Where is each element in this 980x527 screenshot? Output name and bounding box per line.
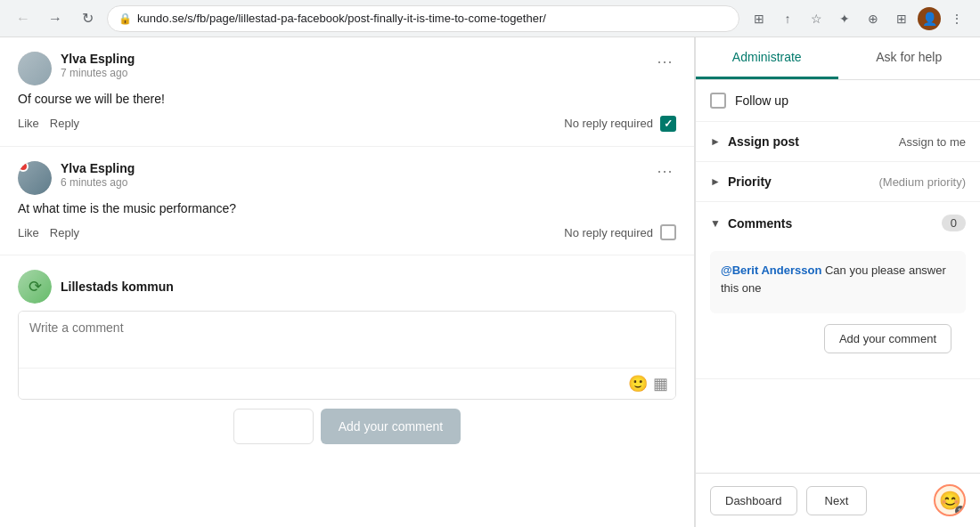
comments-title: Comments xyxy=(728,216,942,231)
browser-icons: ⊞ ↑ ☆ ✦ ⊕ ⊞ 👤 ⋮ xyxy=(747,6,969,31)
tab-ask-for-help[interactable]: Ask for help xyxy=(838,37,981,79)
follow-up-checkbox[interactable] xyxy=(710,93,726,109)
main-layout: Ylva Espling 7 minutes ago ⋯ Of course w… xyxy=(0,37,980,527)
comment-meta-2: Ylva Espling 6 minutes ago xyxy=(61,161,644,189)
url-bar: 🔒 kundo.se/s/fb/page/lillestad-pa-facebo… xyxy=(107,5,739,32)
comment-item-2: Ylva Espling 6 minutes ago ⋯ At what tim… xyxy=(0,147,694,256)
no-reply-label-2: No reply required xyxy=(564,226,653,239)
lock-icon: 🔒 xyxy=(118,12,132,25)
comment-more-icon-1[interactable]: ⋯ xyxy=(653,52,676,71)
comment-author-1: Ylva Espling xyxy=(61,52,644,66)
comment-text-1: Of course we will be there! xyxy=(18,91,676,109)
emoji-icon[interactable]: 🙂 xyxy=(628,374,648,393)
comments-header[interactable]: ▼ Comments 0 xyxy=(696,202,980,244)
comment-actions-2: Like Reply No reply required xyxy=(18,224,676,240)
avatar-2 xyxy=(18,161,52,195)
back-button[interactable]: ← xyxy=(11,6,36,31)
comment-mention-box: @Berit Andersson Can you please answer t… xyxy=(710,251,966,313)
comment-text-2: At what time is the music performance? xyxy=(18,200,676,218)
avatar-edit-icon: ✎ xyxy=(955,506,966,516)
comment-more-icon-2[interactable]: ⋯ xyxy=(653,161,676,181)
grid-icon[interactable]: ⊞ xyxy=(889,6,914,31)
more-icon[interactable]: ⋮ xyxy=(944,6,969,31)
like-button-2[interactable]: Like xyxy=(18,226,39,239)
panel-bottom-avatar[interactable]: 😊 ✎ xyxy=(934,484,966,516)
bookmark-icon[interactable]: ☆ xyxy=(804,6,829,31)
right-content: Follow up ► Assign post Assign to me ► P… xyxy=(696,80,980,473)
add-comment-button[interactable]: Add your comment xyxy=(321,409,461,444)
url-text: kundo.se/s/fb/page/lillestad-pa-facebook… xyxy=(137,12,728,25)
reply-avatar: ⟳ xyxy=(18,270,52,304)
refresh-button[interactable]: ↻ xyxy=(75,6,100,31)
right-panel: Administrate Ask for help Follow up ► As… xyxy=(695,37,980,527)
reply-header: ⟳ Lillestads kommun xyxy=(18,270,676,304)
comment-header-2: Ylva Espling 6 minutes ago ⋯ xyxy=(18,161,676,195)
follow-up-row: Follow up xyxy=(696,80,980,122)
left-panel: Ylva Espling 7 minutes ago ⋯ Of course w… xyxy=(0,37,695,527)
share-icon[interactable]: ↑ xyxy=(775,6,800,31)
priority-sub: (Medium priority) xyxy=(878,175,966,189)
comment-meta-1: Ylva Espling 7 minutes ago xyxy=(61,52,644,79)
format-icon[interactable]: ▦ xyxy=(653,374,668,393)
comment-time-2: 6 minutes ago xyxy=(61,176,644,189)
puzzle-icon[interactable]: ⊕ xyxy=(861,6,886,31)
next-button[interactable]: Next xyxy=(806,486,868,515)
reply-button-2[interactable]: Reply xyxy=(50,226,79,239)
priority-title: Priority xyxy=(728,174,874,189)
extension-icon[interactable]: ✦ xyxy=(832,6,857,31)
browser-chrome: ← → ↻ 🔒 kundo.se/s/fb/page/lillestad-pa-… xyxy=(0,0,980,37)
reply-page-name: Lillestads kommun xyxy=(61,280,174,294)
avatar-1 xyxy=(18,52,52,85)
panel-bottom: Dashboard Next 😊 ✎ xyxy=(696,473,980,527)
comment-header-1: Ylva Espling 7 minutes ago ⋯ xyxy=(18,52,676,85)
translate-icon[interactable]: ⊞ xyxy=(747,6,772,31)
profile-avatar[interactable]: 👤 xyxy=(918,7,941,30)
dashboard-button[interactable]: Dashboard xyxy=(710,486,797,515)
no-reply-checkbox-1[interactable] xyxy=(660,116,676,132)
comment-author-2: Ylva Espling xyxy=(61,161,644,175)
comment-time-1: 7 minutes ago xyxy=(61,67,644,79)
comments-chevron-icon: ▼ xyxy=(710,217,721,230)
assign-to-me-button[interactable]: Assign to me xyxy=(899,135,966,149)
no-reply-label-1: No reply required xyxy=(564,117,653,130)
reply-textarea[interactable] xyxy=(19,312,675,365)
assign-post-row[interactable]: ► Assign post Assign to me xyxy=(696,122,980,162)
assign-post-chevron-icon: ► xyxy=(710,135,721,148)
tab-administrate[interactable]: Administrate xyxy=(696,37,838,79)
assign-post-title: Assign post xyxy=(728,134,899,149)
priority-row[interactable]: ► Priority (Medium priority) xyxy=(696,162,980,202)
notification-dot-2 xyxy=(18,161,29,172)
no-reply-checkbox-2[interactable] xyxy=(660,224,676,240)
comment-item-1: Ylva Espling 7 minutes ago ⋯ Of course w… xyxy=(0,37,694,147)
like-button-1[interactable]: Like xyxy=(18,117,39,130)
forward-button[interactable]: → xyxy=(43,6,68,31)
comments-section: ▼ Comments 0 @Berit Andersson Can you pl… xyxy=(696,202,980,379)
reply-toolbar: 🙂 ▦ xyxy=(19,368,675,399)
reply-box: ⟳ Lillestads kommun 🙂 ▦ Add your comment xyxy=(0,255,694,458)
comments-count-badge: 0 xyxy=(942,215,966,231)
empty-button[interactable] xyxy=(233,409,314,444)
kundo-logo-icon: ⟳ xyxy=(29,277,42,296)
priority-chevron-icon: ► xyxy=(710,175,721,188)
add-comment-right-button[interactable]: Add your comment xyxy=(824,324,951,353)
mention-name: @Berit Andersson xyxy=(721,264,821,277)
follow-up-label: Follow up xyxy=(735,93,788,108)
reply-button-1[interactable]: Reply xyxy=(50,117,79,130)
comment-actions-1: Like Reply No reply required xyxy=(18,116,676,132)
right-tabs: Administrate Ask for help xyxy=(696,37,980,80)
reply-textarea-wrapper: 🙂 ▦ xyxy=(18,311,676,400)
reply-buttons: Add your comment xyxy=(18,409,676,444)
